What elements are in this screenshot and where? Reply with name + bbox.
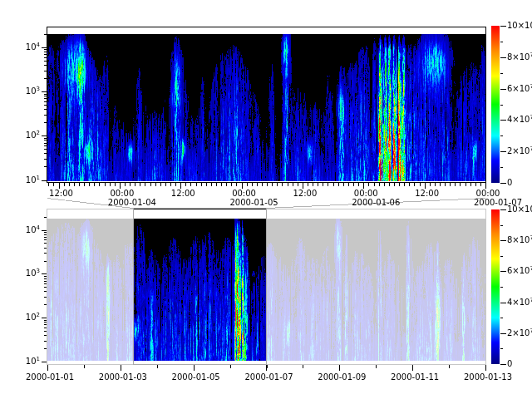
y-tick-label: 102 xyxy=(15,313,40,322)
x-tick-label: 2000-01-01 xyxy=(26,372,74,382)
colorbar-tick-label: 0 xyxy=(507,178,512,187)
context-colorbar xyxy=(491,209,500,364)
x-tick-label: 00:00 xyxy=(110,189,134,198)
colorbar-tick-label: 6×107 xyxy=(507,266,532,275)
x-tick-label: 2000-01-07 xyxy=(244,372,293,382)
colorbar-tick-label: 2×107 xyxy=(507,328,532,337)
y-tick-label: 102 xyxy=(15,131,40,140)
x-tick-label: 12:00 xyxy=(293,189,318,198)
x-tick-label: 00:00 xyxy=(232,189,256,198)
colorbar-tick-label: 8×107 xyxy=(507,235,532,244)
y-tick-label: 104 xyxy=(15,42,40,52)
date-label: 2000-01-05 xyxy=(230,198,278,207)
colorbar-tick-label: 6×107 xyxy=(507,84,532,93)
x-tick-label: 2000-01-11 xyxy=(391,372,439,382)
colorbar-tick-label: 8×107 xyxy=(507,52,532,62)
date-label: 2000-01-06 xyxy=(352,198,400,207)
wash-left-overlay xyxy=(47,209,133,365)
spectrogram-figure: 12:0000:0012:0000:0012:0000:0012:0000:00… xyxy=(0,0,532,399)
detail-spectrogram-canvas[interactable] xyxy=(47,34,485,181)
x-tick-label: 2000-01-09 xyxy=(318,372,366,382)
x-tick-label: 2000-01-13 xyxy=(464,372,512,382)
y-tick-label: 101 xyxy=(15,175,40,185)
selection-box[interactable] xyxy=(133,209,267,365)
colorbar-tick-label: 4×107 xyxy=(507,298,532,307)
colorbar-tick-label: 4×107 xyxy=(507,115,532,124)
detail-colorbar xyxy=(491,26,500,183)
wash-right-overlay xyxy=(266,209,486,365)
x-tick-label: 00:00 xyxy=(354,189,378,198)
x-tick-label: 12:00 xyxy=(415,189,439,198)
colorbar-tick-label: 2×107 xyxy=(507,146,532,155)
x-tick-label: 2000-01-03 xyxy=(99,372,147,382)
x-tick-label: 2000-01-05 xyxy=(172,372,220,382)
date-label: 2000-01-04 xyxy=(108,198,156,207)
x-tick-label: 12:00 xyxy=(171,189,195,198)
y-tick-label: 101 xyxy=(15,357,40,366)
y-tick-label: 103 xyxy=(15,268,40,278)
y-tick-label: 103 xyxy=(15,86,40,96)
x-tick-label: 12:00 xyxy=(49,189,73,198)
colorbar-tick-label: 10×107 xyxy=(507,21,532,30)
colorbar-tick-label: 10×107 xyxy=(507,204,532,214)
x-tick-label: 00:00 xyxy=(476,189,500,198)
y-tick-label: 104 xyxy=(15,225,40,234)
colorbar-tick-label: 0 xyxy=(507,359,512,368)
